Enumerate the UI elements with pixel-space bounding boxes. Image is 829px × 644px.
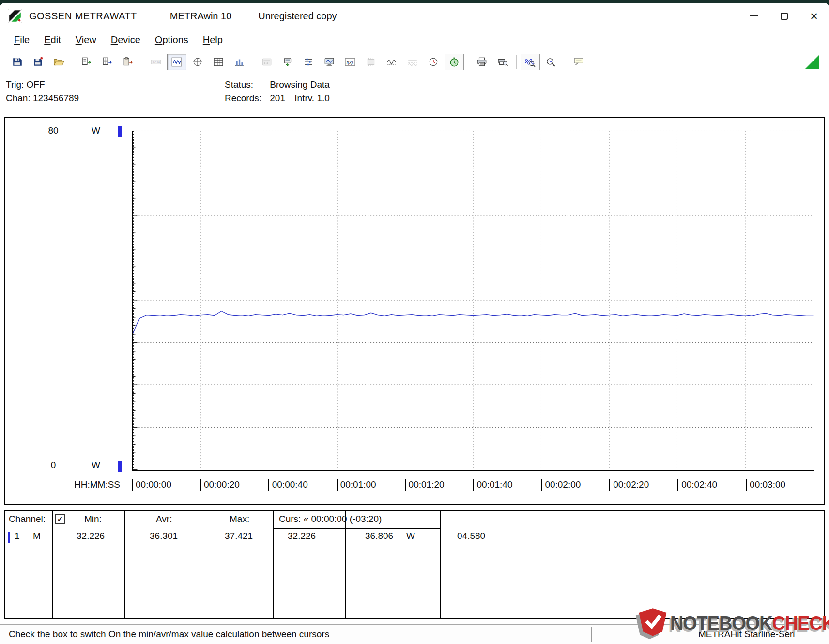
- table-divider: [124, 511, 125, 618]
- cursor-marker-top[interactable]: [118, 126, 122, 137]
- x-tick-label: 00:03:00: [746, 479, 785, 491]
- dc-signal-icon: [407, 57, 418, 67]
- close-button[interactable]: ✕: [799, 3, 829, 29]
- yt-chart-button[interactable]: [167, 54, 186, 70]
- zoom-signal-button[interactable]: [521, 54, 540, 70]
- x-axis: HH:MM:SS 00:00:0000:00:2000:00:4000:01:0…: [5, 479, 826, 491]
- y-axis-unit-bottom: W: [86, 460, 106, 471]
- window-controls: ✕: [739, 3, 829, 29]
- memory-icon: [366, 57, 376, 67]
- xy-chart-button[interactable]: [188, 54, 207, 70]
- stopwatch-button[interactable]: [445, 54, 464, 70]
- cursor-b-unit: W: [406, 531, 415, 541]
- export-text-icon: [81, 57, 92, 67]
- print-preview-icon: [497, 57, 508, 67]
- print-button[interactable]: [472, 54, 491, 70]
- table-view-button[interactable]: [209, 54, 228, 70]
- channel-mode: M: [33, 531, 41, 541]
- minmax-checkbox[interactable]: ✓: [55, 514, 65, 524]
- status-label: Status:: [225, 78, 267, 92]
- export-clipboard-button[interactable]: [119, 54, 138, 70]
- minimize-icon: [750, 15, 758, 16]
- save-all-icon: [33, 57, 44, 67]
- toolbar-separator: [565, 55, 565, 69]
- monitor-icon: [324, 57, 335, 67]
- menu-options[interactable]: Options: [148, 32, 196, 47]
- formula-icon: f(x): [345, 57, 355, 67]
- col-header-max: Max:: [230, 514, 249, 524]
- col-header-min: Min:: [84, 514, 102, 524]
- zoom-lens-button[interactable]: [541, 54, 561, 70]
- x-tick-label: 00:01:40: [473, 479, 513, 491]
- numeric-display-button[interactable]: 1234: [146, 54, 166, 70]
- cursor-b-value: 36.806: [365, 531, 393, 541]
- menu-device[interactable]: Device: [104, 32, 148, 47]
- x-axis-title: HH:MM:SS: [74, 479, 120, 491]
- channel-row-marker: [8, 532, 10, 543]
- notebookcheck-watermark: NOTEBOOKCHECK: [635, 602, 824, 644]
- toolbar-separator: [516, 55, 517, 69]
- export-clipboard-icon: [123, 57, 134, 67]
- x-tick-label: 00:00:00: [132, 479, 171, 491]
- toolbar-separator: [73, 55, 73, 69]
- chart-plot[interactable]: [132, 131, 814, 471]
- print-preview-button[interactable]: [493, 54, 512, 70]
- annotation-button[interactable]: [569, 54, 588, 70]
- x-tick-label: 00:00:20: [200, 479, 240, 491]
- info-row: Trig: OFF Chan: 123456789 Status: Browsi…: [0, 74, 829, 116]
- dc-signal-button[interactable]: [403, 54, 422, 70]
- clock-button[interactable]: [424, 54, 443, 70]
- menu-view[interactable]: View: [68, 32, 104, 47]
- numeric-display-icon: 1234: [151, 57, 161, 67]
- stopwatch-icon: [449, 57, 460, 67]
- formula-button[interactable]: f(x): [340, 54, 360, 70]
- chart-panel: 80 W 0 W HH:MM:SS 00:00:0000:00:2000:00:…: [4, 117, 825, 505]
- channel-setup-button[interactable]: [299, 54, 318, 70]
- menu-bar: File Edit View Device Options Help: [0, 29, 829, 50]
- export-csv-button[interactable]: [98, 54, 117, 70]
- svg-text:f(x): f(x): [347, 60, 353, 65]
- device-read-icon: [282, 57, 293, 67]
- menu-help[interactable]: Help: [196, 32, 230, 47]
- minimize-button[interactable]: [739, 3, 769, 29]
- toolbar: 1234 f(x): [0, 50, 829, 74]
- table-divider: [440, 511, 441, 618]
- export-csv-icon: [102, 57, 113, 67]
- toolbar-separator: [253, 55, 253, 69]
- cursor-marker-bottom[interactable]: [118, 461, 122, 472]
- monitor-button[interactable]: [320, 54, 339, 70]
- y-axis-min-label: 0: [44, 460, 63, 471]
- save-button[interactable]: [8, 54, 27, 70]
- records-label: Records:: [225, 92, 267, 105]
- x-tick-label: 00:02:00: [541, 479, 581, 491]
- min-value: 32.226: [77, 531, 105, 541]
- open-button[interactable]: [49, 54, 69, 70]
- cursor-delta-value: 04.580: [457, 531, 485, 541]
- ac-signal-icon: [386, 57, 397, 67]
- device-settings-button[interactable]: [257, 54, 276, 70]
- titlebar-app-name: METRAwin 10: [170, 11, 231, 22]
- menu-edit[interactable]: Edit: [37, 32, 68, 47]
- ac-signal-button[interactable]: [382, 54, 401, 70]
- records-value: 201: [270, 93, 285, 103]
- table-divider: [52, 511, 53, 618]
- maximize-icon: [781, 13, 788, 20]
- title-bar: GOSSEN METRAWATT METRAwin 10 Unregistere…: [0, 3, 829, 29]
- y-axis-unit-top: W: [86, 125, 106, 136]
- export-text-button[interactable]: [77, 54, 96, 70]
- device-read-button[interactable]: [278, 54, 297, 70]
- table-divider: [200, 511, 200, 618]
- corner-resize-icon[interactable]: [805, 55, 819, 69]
- memory-button[interactable]: [361, 54, 381, 70]
- maximize-button[interactable]: [769, 3, 799, 29]
- open-icon: [54, 57, 64, 67]
- bar-chart-button[interactable]: [230, 54, 249, 70]
- yt-chart-icon: [171, 57, 182, 67]
- table-divider: [345, 511, 346, 618]
- menu-file[interactable]: File: [7, 32, 37, 47]
- clock-icon: [428, 57, 439, 67]
- power-line-chart: [133, 131, 814, 470]
- save-all-button[interactable]: [29, 54, 48, 70]
- interval-value: 1.0: [317, 93, 329, 103]
- channel-number: 1: [15, 531, 20, 541]
